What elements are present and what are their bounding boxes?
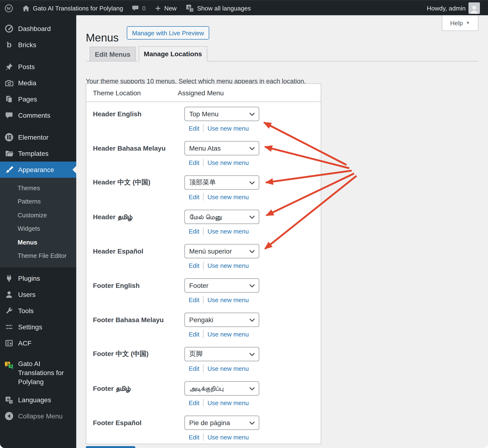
sidebar-item-languages[interactable]: A 文 Languages: [0, 392, 76, 408]
sidebar-item-plugins[interactable]: Plugins: [0, 270, 76, 287]
assigned-menu-select[interactable]: 顶部菜单: [184, 175, 259, 190]
sidebar-item-collapse-menu[interactable]: Collapse Menu: [0, 408, 76, 424]
camera-icon: [4, 78, 14, 88]
chevron-down-icon: [249, 353, 255, 357]
chevron-down-icon: [249, 147, 255, 151]
use-new-menu-link[interactable]: Use new menu: [208, 125, 249, 132]
admin-bar-site-link[interactable]: Gato AI Translations for Polylang: [18, 1, 128, 15]
chevron-down-icon: [249, 318, 255, 322]
theme-location-label: Header English: [86, 102, 184, 126]
tabs: Edit Menus Manage Locations: [86, 46, 479, 62]
assigned-menu-select[interactable]: Pengaki: [184, 313, 259, 327]
admin-bar-new[interactable]: New: [150, 1, 181, 15]
sidebar-item-tools[interactable]: Tools: [0, 303, 76, 319]
sidebar-item-pages[interactable]: Pages: [0, 91, 76, 107]
theme-location-label: Footer English: [86, 273, 184, 297]
assigned-menu-select[interactable]: Menú superior: [184, 244, 259, 258]
sidebar-item-appearance[interactable]: Appearance: [0, 161, 76, 178]
edit-menu-link[interactable]: Edit: [189, 159, 200, 166]
submenu-item-patterns[interactable]: Patterns: [0, 195, 76, 208]
tab-edit-menus[interactable]: Edit Menus: [90, 47, 136, 61]
use-new-menu-link[interactable]: Use new menu: [208, 330, 249, 338]
use-new-menu-link[interactable]: Use new menu: [208, 193, 249, 200]
divider: [203, 296, 204, 304]
avatar: [468, 2, 480, 14]
table-row: Footer Bahasa Melayu Pengaki Edit Use ne…: [86, 308, 321, 342]
admin-bar-show-all-languages[interactable]: A 文 Show all languages: [181, 1, 255, 15]
use-new-menu-link[interactable]: Use new menu: [208, 365, 249, 372]
submenu-item-themes[interactable]: Themes: [0, 181, 76, 195]
edit-menu-link[interactable]: Edit: [189, 228, 200, 235]
use-new-menu-link[interactable]: Use new menu: [208, 399, 249, 406]
sidebar-item-comments[interactable]: Comments: [0, 107, 76, 123]
sidebar-item-elementor[interactable]: Elementor: [0, 129, 76, 145]
edit-menu-link[interactable]: Edit: [189, 125, 200, 132]
assigned-menu-select[interactable]: மேல் மெனு: [184, 210, 259, 224]
tab-manage-locations[interactable]: Manage Locations: [138, 46, 207, 62]
comment-bubble-icon: [4, 111, 14, 120]
sliders-icon: [4, 322, 14, 332]
sidebar-item-dashboard[interactable]: Dashboard: [0, 21, 76, 37]
column-header-theme-location: Theme Location: [86, 89, 178, 96]
languages-icon: A 文: [4, 395, 14, 405]
edit-menu-link[interactable]: Edit: [189, 433, 200, 441]
submenu-item-theme-file-editor[interactable]: Theme File Editor: [0, 249, 76, 263]
use-new-menu-link[interactable]: Use new menu: [208, 228, 249, 235]
divider: [203, 399, 204, 407]
edit-menu-link[interactable]: Edit: [189, 193, 200, 200]
sidebar-item-users[interactable]: Users: [0, 287, 76, 303]
theme-location-label: Footer தமிழ்: [86, 376, 184, 400]
use-new-menu-link[interactable]: Use new menu: [208, 159, 249, 166]
edit-menu-link[interactable]: Edit: [189, 262, 200, 269]
pushpin-icon: [4, 62, 14, 72]
admin-bar-my-account[interactable]: Howdy, admin: [423, 2, 484, 14]
edit-menu-link[interactable]: Edit: [189, 330, 200, 338]
collapse-arrow-icon: [4, 411, 14, 421]
admin-bar: W Gato AI Translations for Polylang 0: [0, 0, 488, 15]
assigned-menu-select[interactable]: Footer: [184, 278, 259, 293]
edit-menu-link[interactable]: Edit: [189, 365, 200, 372]
edit-menu-link[interactable]: Edit: [189, 399, 200, 406]
sidebar-item-gato-ai-translations[interactable]: 文 A Gato AI Translations for Polylang: [0, 357, 76, 389]
submenu-item-widgets[interactable]: Widgets: [0, 222, 76, 235]
assigned-menu-select[interactable]: Menu Atas: [184, 141, 259, 155]
sidebar-item-posts[interactable]: Posts: [0, 59, 76, 75]
use-new-menu-link[interactable]: Use new menu: [208, 433, 249, 441]
page-title: Menus: [86, 31, 119, 45]
plugin-icon: [4, 273, 14, 283]
submenu-item-customize[interactable]: Customize: [0, 208, 76, 222]
use-new-menu-link[interactable]: Use new menu: [208, 262, 249, 269]
acf-icon: [4, 338, 14, 348]
assigned-menu-select[interactable]: Top Menu: [184, 107, 259, 121]
wordpress-logo-menu[interactable]: W: [0, 1, 18, 15]
sidebar-item-acf[interactable]: ACF: [0, 335, 76, 351]
save-changes-button-partial[interactable]: [86, 446, 135, 448]
sidebar-item-bricks[interactable]: b Bricks: [0, 37, 76, 53]
table-row: Header 中文 (中国) 顶部菜单 Edit Use new menu: [86, 171, 321, 205]
assigned-menu-select[interactable]: Pie de página: [184, 416, 259, 430]
help-tab[interactable]: Help ▼: [442, 15, 479, 31]
chevron-down-icon: [249, 181, 255, 185]
table-row: Footer English Footer Edit Use new menu: [86, 273, 321, 308]
assigned-menu-select[interactable]: அடிக்குறிப்பு: [184, 381, 259, 396]
chevron-down-icon: ▼: [466, 21, 470, 25]
bricks-icon: b: [4, 40, 14, 49]
use-new-menu-link[interactable]: Use new menu: [208, 296, 249, 303]
table-row: Footer Español Pie de página Edit Use ne…: [86, 411, 321, 445]
manage-with-live-preview-button[interactable]: Manage with Live Preview: [127, 26, 209, 40]
paintbrush-icon: [4, 165, 14, 175]
admin-sidebar: Dashboard b Bricks Posts: [0, 15, 76, 448]
table-header-row: Theme Location Assigned Menu: [86, 84, 321, 102]
sidebar-item-templates[interactable]: Templates: [0, 145, 76, 161]
divider: [203, 365, 204, 372]
assigned-menu-select[interactable]: 页脚: [184, 347, 259, 361]
sidebar-item-settings[interactable]: Settings: [0, 319, 76, 335]
chevron-down-icon: [249, 284, 255, 288]
divider: [203, 159, 204, 166]
submenu-item-menus[interactable]: Menus: [0, 235, 76, 249]
sidebar-item-media[interactable]: Media: [0, 75, 76, 91]
theme-location-label: Footer Bahasa Melayu: [86, 308, 184, 332]
edit-menu-link[interactable]: Edit: [189, 296, 200, 303]
comment-icon: [132, 4, 139, 12]
admin-bar-comments[interactable]: 0: [128, 1, 150, 15]
